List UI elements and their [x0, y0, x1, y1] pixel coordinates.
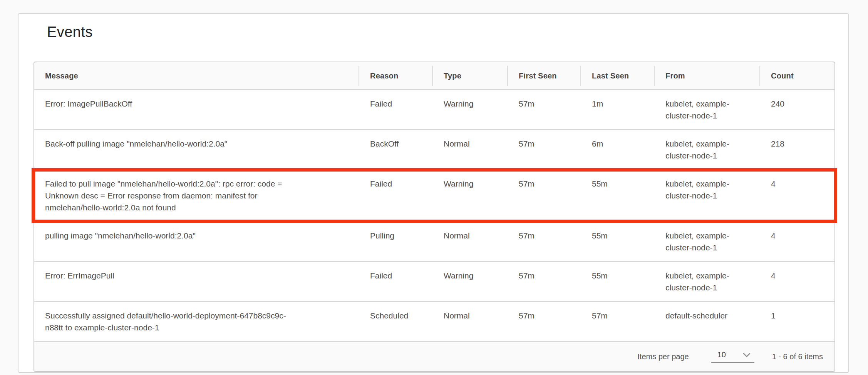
- cell-reason: Failed: [359, 90, 433, 129]
- cell-first-seen: 57m: [508, 222, 581, 261]
- column-header-count: Count: [760, 72, 834, 80]
- column-header-type: Type: [433, 72, 508, 80]
- page-size-value: 10: [717, 350, 726, 359]
- cell-type: Normal: [433, 130, 508, 169]
- events-card: Events Message Reason Type First Seen La…: [18, 13, 849, 373]
- cell-type: Normal: [433, 222, 508, 261]
- table-header-row: Message Reason Type First Seen Last Seen…: [34, 62, 834, 90]
- cell-count: 240: [760, 90, 834, 129]
- column-header-message: Message: [34, 72, 359, 80]
- cell-reason: BackOff: [359, 130, 433, 169]
- cell-first-seen: 57m: [508, 130, 581, 169]
- table-row: Failed to pull image "nmelehan/hello-wor…: [34, 170, 834, 222]
- column-header-first-seen: First Seen: [508, 72, 581, 80]
- table-row: Back-off pulling image "nmelehan/hello-w…: [34, 130, 834, 170]
- cell-first-seen: 57m: [508, 302, 581, 341]
- cell-first-seen: 57m: [508, 90, 581, 129]
- table-body: Error: ImagePullBackOff Failed Warning 5…: [34, 90, 834, 342]
- pagination-range: 1 - 6 of 6 items: [772, 352, 823, 361]
- cell-type: Normal: [433, 302, 508, 341]
- table-row: pulling image "nmelehan/hello-world:2.0a…: [34, 222, 834, 262]
- cell-reason: Failed: [359, 262, 433, 301]
- table-row: Error: ErrImagePull Failed Warning 57m 5…: [34, 262, 834, 302]
- cell-from: kubelet, example-cluster-node-1: [655, 90, 760, 129]
- cell-last-seen: 1m: [581, 90, 655, 129]
- cell-reason: Scheduled: [359, 302, 433, 341]
- cell-reason: Pulling: [359, 222, 433, 261]
- table-footer: Items per page 10 1 - 6 of 6 items: [34, 342, 834, 371]
- cell-count: 1: [760, 302, 834, 341]
- cell-reason: Failed: [359, 170, 433, 221]
- cell-message: Back-off pulling image "nmelehan/hello-w…: [34, 130, 359, 169]
- cell-count: 218: [760, 130, 834, 169]
- page-title: Events: [18, 14, 848, 40]
- cell-message: Error: ImagePullBackOff: [34, 90, 359, 129]
- items-per-page-select[interactable]: 10: [711, 350, 754, 363]
- cell-from: kubelet, example-cluster-node-1: [655, 170, 760, 221]
- cell-last-seen: 6m: [581, 130, 655, 169]
- cell-type: Warning: [433, 170, 508, 221]
- column-header-reason: Reason: [359, 72, 433, 80]
- cell-first-seen: 57m: [508, 262, 581, 301]
- cell-last-seen: 55m: [581, 262, 655, 301]
- cell-last-seen: 57m: [581, 302, 655, 341]
- cell-message: Error: ErrImagePull: [34, 262, 359, 301]
- cell-count: 4: [760, 262, 834, 301]
- cell-type: Warning: [433, 90, 508, 129]
- items-per-page-label: Items per page: [637, 352, 689, 361]
- chevron-down-icon: [743, 353, 751, 357]
- cell-count: 4: [760, 222, 834, 261]
- cell-from: default-scheduler: [655, 302, 760, 341]
- cell-from: kubelet, example-cluster-node-1: [655, 130, 760, 169]
- cell-first-seen: 57m: [508, 170, 581, 221]
- cell-last-seen: 55m: [581, 222, 655, 261]
- cell-message: Failed to pull image "nmelehan/hello-wor…: [34, 170, 359, 221]
- column-header-from: From: [655, 72, 760, 80]
- cell-count: 4: [760, 170, 834, 221]
- cell-from: kubelet, example-cluster-node-1: [655, 222, 760, 261]
- table-row: Successfully assigned default/hello-worl…: [34, 302, 834, 342]
- cell-last-seen: 55m: [581, 170, 655, 221]
- column-header-last-seen: Last Seen: [581, 72, 655, 80]
- cell-message: Successfully assigned default/hello-worl…: [34, 302, 359, 341]
- cell-message: pulling image "nmelehan/hello-world:2.0a…: [34, 222, 359, 261]
- events-table: Message Reason Type First Seen Last Seen…: [34, 62, 835, 372]
- cell-type: Warning: [433, 262, 508, 301]
- cell-from: kubelet, example-cluster-node-1: [655, 262, 760, 301]
- table-row: Error: ImagePullBackOff Failed Warning 5…: [34, 90, 834, 130]
